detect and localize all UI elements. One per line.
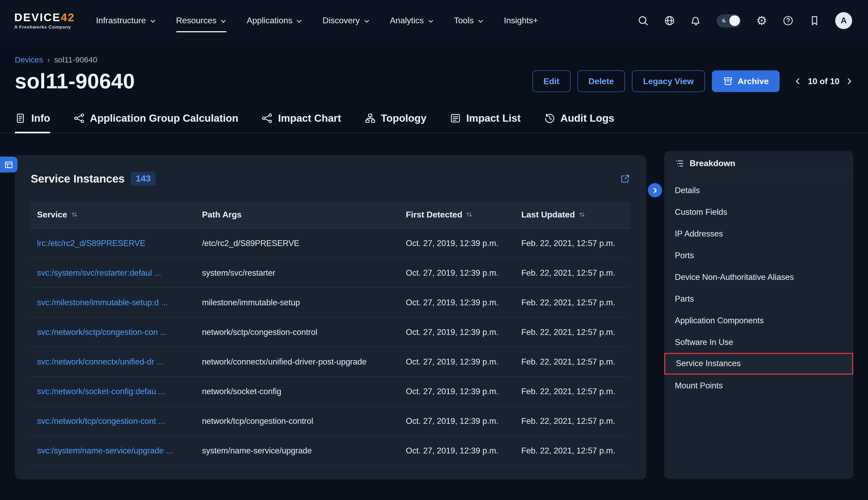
nav-item-resources[interactable]: Resources [176, 0, 226, 41]
brand-name-accent: 42 [61, 11, 75, 23]
notifications-icon[interactable] [690, 15, 702, 26]
table-row: svc:/network/socket-config:defau ...netw… [31, 376, 630, 406]
pagination-label: 10 of 10 [808, 77, 839, 86]
legacy-view-button[interactable]: Legacy View [632, 70, 705, 92]
top-nav-bar: DEVICE42 A Freshworks Company Infrastruc… [0, 0, 868, 41]
table-row: svc:/network/connectx/unified-dr ...netw… [31, 347, 630, 376]
tab-info[interactable]: Info [15, 112, 50, 133]
card-header: Service Instances 143 [15, 155, 646, 202]
nav-item-label: Resources [176, 16, 216, 25]
globe-icon[interactable] [664, 15, 675, 26]
tab-label: Application Group Calculation [90, 112, 238, 124]
table-header-row: ServicePath ArgsFirst DetectedLast Updat… [31, 202, 630, 228]
column-label: Last Updated [521, 210, 575, 219]
chevron-right-icon[interactable] [845, 77, 853, 85]
breakdown-item-mount-points[interactable]: Mount Points [664, 375, 853, 396]
column-label: Path Args [202, 210, 241, 219]
tab-audit-logs[interactable]: Audit Logs [544, 112, 615, 133]
chevron-down-icon [427, 18, 434, 24]
nav-item-label: Applications [247, 16, 292, 25]
side-panel-toggle[interactable] [0, 157, 18, 172]
column-header-first-detected[interactable]: First Detected [399, 202, 515, 228]
column-header-service[interactable]: Service [31, 202, 195, 228]
delete-button[interactable]: Delete [577, 70, 625, 92]
tab-impact-chart[interactable]: Impact Chart [262, 112, 341, 133]
edit-button[interactable]: Edit [532, 70, 570, 92]
first-detected-cell: Oct. 27, 2019, 12:39 p.m. [399, 228, 515, 258]
breadcrumb-parent-link[interactable]: Devices [15, 55, 43, 64]
nav-item-analytics[interactable]: Analytics [390, 0, 434, 41]
chevron-right-icon [652, 187, 658, 193]
breakdown-item-device-non-authoritative-aliases[interactable]: Device Non-Authoritative Aliases [664, 266, 853, 288]
history-icon [544, 113, 555, 124]
nav-item-infrastructure[interactable]: Infrastructure [96, 0, 156, 41]
nav-item-discovery[interactable]: Discovery [323, 0, 370, 41]
service-link[interactable]: svc:/network/tcp/congestion-cont ... [37, 417, 165, 425]
service-link[interactable]: svc:/network/sctp/congestion-con ... [37, 328, 167, 337]
chevron-down-icon [220, 18, 226, 24]
archive-button[interactable]: Archive [712, 70, 780, 92]
bookmark-icon[interactable] [809, 15, 820, 26]
tab-label: Info [31, 112, 50, 124]
document-icon [15, 113, 26, 124]
list-icon [450, 113, 461, 124]
first-detected-cell: Oct. 27, 2019, 12:39 p.m. [399, 436, 515, 465]
service-link[interactable]: lrc:/etc/rc2_d/S89PRESERVE [37, 239, 146, 248]
tab-topology[interactable]: Topology [364, 112, 427, 133]
breakdown-item-service-instances[interactable]: Service Instances [664, 353, 853, 375]
nav-item-insights[interactable]: Insights+ [504, 0, 538, 41]
service-link[interactable]: svc:/network/socket-config:defau ... [37, 387, 165, 396]
breadcrumb-current: sol11-90640 [54, 55, 98, 64]
sort-icon [578, 211, 585, 218]
tab-impact-list[interactable]: Impact List [450, 112, 521, 133]
table-row: svc:/system/name-service/upgrade ...syst… [31, 436, 630, 465]
column-header-last-updated[interactable]: Last Updated [515, 202, 630, 228]
sort-icon [71, 211, 78, 218]
settings-icon[interactable]: ⚙ [756, 15, 767, 26]
table-row: lrc:/etc/rc2_d/S89PRESERVE/etc/rc2_d/S89… [31, 228, 630, 258]
table-row: svc:/system/svc/restarter:defaul ...syst… [31, 258, 630, 287]
tab-bar: InfoApplication Group CalculationImpact … [0, 112, 868, 133]
avatar[interactable]: A [835, 12, 852, 29]
table-row: svc:/network/tcp/congestion-cont ...netw… [31, 406, 630, 436]
breakdown-item-ip-addresses[interactable]: IP Addresses [664, 223, 853, 245]
breakdown-item-details[interactable]: Details [664, 179, 853, 201]
nav-item-tools[interactable]: Tools [454, 0, 484, 41]
service-link[interactable]: svc:/system/svc/restarter:defaul ... [37, 268, 161, 277]
brand-logo[interactable]: DEVICE42 A Freshworks Company [14, 0, 75, 41]
tab-label: Topology [381, 112, 427, 124]
table-row: svc:/network/sctp/congestion-con ...netw… [31, 317, 630, 347]
breakdown-panel: Breakdown DetailsCustom FieldsIP Address… [664, 151, 853, 479]
path-args-cell: /etc/rc2_d/S89PRESERVE [195, 228, 399, 258]
service-instances-card: Service Instances 143 ServicePath ArgsFi… [15, 155, 646, 479]
search-icon[interactable] [637, 15, 649, 26]
last-updated-cell: Feb. 22, 2021, 12:57 p.m. [515, 406, 630, 436]
path-args-cell: system/name-service/upgrade [195, 436, 399, 465]
breakdown-item-ports[interactable]: Ports [664, 245, 853, 266]
help-icon[interactable] [782, 15, 794, 26]
service-link[interactable]: svc:/system/name-service/upgrade ... [37, 446, 173, 455]
breadcrumb-separator: › [47, 55, 50, 64]
service-link[interactable]: svc:/network/connectx/unified-dr ... [37, 357, 163, 366]
last-updated-cell: Feb. 22, 2021, 12:57 p.m. [515, 228, 630, 258]
service-link[interactable]: svc:/milestone/immutable-setup:d ... [37, 298, 168, 307]
breakdown-header: Breakdown [664, 151, 853, 176]
breakdown-item-software-in-use[interactable]: Software In Use [664, 331, 853, 353]
nav-item-applications[interactable]: Applications [247, 0, 303, 41]
chevron-down-icon [363, 18, 370, 24]
theme-toggle[interactable] [717, 14, 741, 27]
last-updated-cell: Feb. 22, 2021, 12:57 p.m. [515, 347, 630, 376]
sort-icon [466, 211, 473, 218]
nav-item-label: Infrastructure [96, 16, 146, 25]
chevron-left-icon[interactable] [794, 77, 802, 85]
breakdown-item-parts[interactable]: Parts [664, 288, 853, 309]
breakdown-item-application-components[interactable]: Application Components [664, 309, 853, 331]
table-row: svc:/milestone/immutable-setup:d ...mile… [31, 287, 630, 317]
sidebar-collapse-button[interactable] [648, 183, 662, 197]
service-cell: svc:/system/name-service/upgrade ... [31, 436, 195, 465]
breakdown-item-custom-fields[interactable]: Custom Fields [664, 201, 853, 223]
breakdown-list: DetailsCustom FieldsIP AddressesPortsDev… [664, 176, 853, 396]
external-link-icon[interactable] [620, 173, 630, 184]
archive-button-label: Archive [737, 77, 768, 86]
tab-application-group-calculation[interactable]: Application Group Calculation [73, 112, 238, 133]
